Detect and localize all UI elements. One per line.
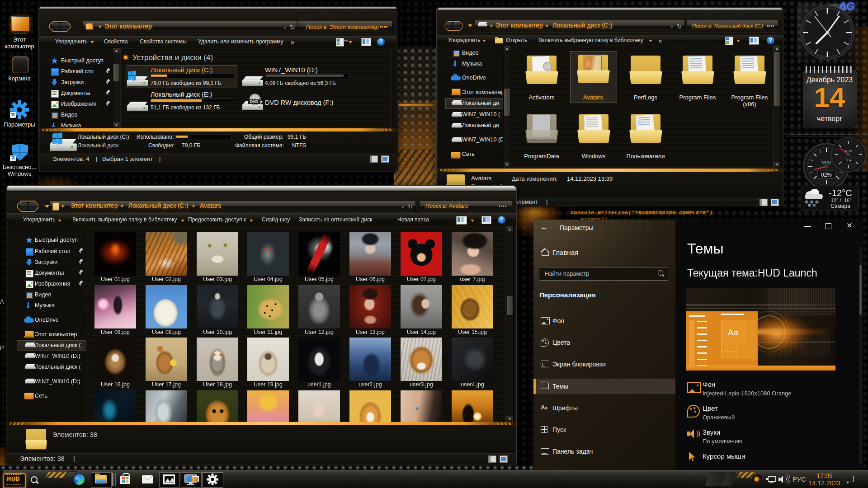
svg-text:11%: 11% [845,159,853,163]
svg-text:CPU: CPU [822,160,830,164]
svg-text:02%: 02% [821,172,832,178]
